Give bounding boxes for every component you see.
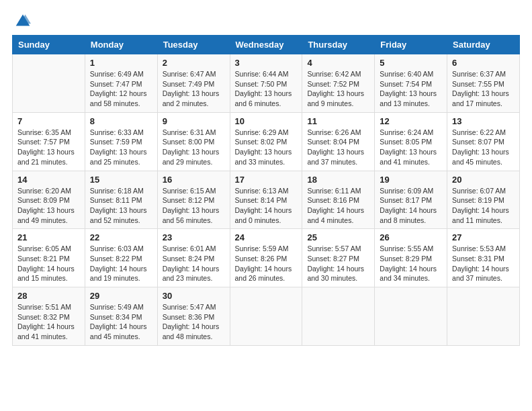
calendar-cell: 29Sunrise: 5:49 AM Sunset: 8:34 PM Dayli… xyxy=(85,287,157,346)
week-row-4: 21Sunrise: 6:05 AM Sunset: 8:21 PM Dayli… xyxy=(13,229,520,287)
day-info: Sunrise: 6:09 AM Sunset: 8:17 PM Dayligh… xyxy=(380,186,442,226)
calendar-cell: 16Sunrise: 6:15 AM Sunset: 8:12 PM Dayli… xyxy=(157,171,230,229)
day-info: Sunrise: 5:53 AM Sunset: 8:31 PM Dayligh… xyxy=(452,244,515,283)
day-info: Sunrise: 5:49 AM Sunset: 8:34 PM Dayligh… xyxy=(90,302,152,342)
day-number: 29 xyxy=(90,291,152,301)
calendar-cell: 1Sunrise: 6:49 AM Sunset: 7:47 PM Daylig… xyxy=(85,54,157,113)
day-number: 11 xyxy=(307,116,369,126)
day-info: Sunrise: 6:11 AM Sunset: 8:16 PM Dayligh… xyxy=(307,186,369,226)
day-info: Sunrise: 6:03 AM Sunset: 8:22 PM Dayligh… xyxy=(90,244,152,283)
day-info: Sunrise: 5:47 AM Sunset: 8:36 PM Dayligh… xyxy=(163,302,225,342)
day-info: Sunrise: 6:29 AM Sunset: 8:02 PM Dayligh… xyxy=(235,128,298,167)
day-info: Sunrise: 5:57 AM Sunset: 8:27 PM Dayligh… xyxy=(307,244,369,283)
day-number: 19 xyxy=(380,175,442,185)
day-number: 28 xyxy=(17,291,80,301)
day-number: 16 xyxy=(163,175,225,185)
calendar-cell: 17Sunrise: 6:13 AM Sunset: 8:14 PM Dayli… xyxy=(230,171,302,229)
day-info: Sunrise: 6:20 AM Sunset: 8:09 PM Dayligh… xyxy=(17,186,80,226)
column-header-thursday: Thursday xyxy=(302,36,375,54)
header xyxy=(12,12,520,28)
calendar-cell: 28Sunrise: 5:51 AM Sunset: 8:32 PM Dayli… xyxy=(13,287,85,346)
week-row-5: 28Sunrise: 5:51 AM Sunset: 8:32 PM Dayli… xyxy=(13,287,520,346)
day-info: Sunrise: 6:01 AM Sunset: 8:24 PM Dayligh… xyxy=(163,244,225,283)
day-info: Sunrise: 5:59 AM Sunset: 8:26 PM Dayligh… xyxy=(235,244,298,283)
week-row-3: 14Sunrise: 6:20 AM Sunset: 8:09 PM Dayli… xyxy=(13,171,520,229)
calendar-cell: 24Sunrise: 5:59 AM Sunset: 8:26 PM Dayli… xyxy=(230,229,302,287)
day-number: 8 xyxy=(90,116,152,126)
calendar-cell: 18Sunrise: 6:11 AM Sunset: 8:16 PM Dayli… xyxy=(302,171,375,229)
day-number: 24 xyxy=(235,232,298,242)
calendar-table: SundayMondayTuesdayWednesdayThursdayFrid… xyxy=(12,35,520,346)
day-info: Sunrise: 6:49 AM Sunset: 7:47 PM Dayligh… xyxy=(90,69,152,109)
day-number: 9 xyxy=(163,116,225,126)
day-info: Sunrise: 6:18 AM Sunset: 8:11 PM Dayligh… xyxy=(90,186,152,226)
calendar-cell: 25Sunrise: 5:57 AM Sunset: 8:27 PM Dayli… xyxy=(302,229,375,287)
calendar-cell: 27Sunrise: 5:53 AM Sunset: 8:31 PM Dayli… xyxy=(447,229,520,287)
day-number: 30 xyxy=(163,291,225,301)
calendar-header-row: SundayMondayTuesdayWednesdayThursdayFrid… xyxy=(13,36,520,54)
column-header-wednesday: Wednesday xyxy=(230,36,302,54)
day-info: Sunrise: 6:47 AM Sunset: 7:49 PM Dayligh… xyxy=(163,69,225,109)
day-info: Sunrise: 6:24 AM Sunset: 8:05 PM Dayligh… xyxy=(380,128,442,167)
day-info: Sunrise: 6:26 AM Sunset: 8:04 PM Dayligh… xyxy=(307,128,369,167)
page: SundayMondayTuesdayWednesdayThursdayFrid… xyxy=(0,0,532,353)
day-number: 2 xyxy=(163,58,225,68)
calendar-cell: 20Sunrise: 6:07 AM Sunset: 8:19 PM Dayli… xyxy=(447,171,520,229)
day-info: Sunrise: 6:07 AM Sunset: 8:19 PM Dayligh… xyxy=(452,186,515,226)
calendar-cell: 12Sunrise: 6:24 AM Sunset: 8:05 PM Dayli… xyxy=(375,112,447,171)
calendar-cell: 3Sunrise: 6:44 AM Sunset: 7:50 PM Daylig… xyxy=(230,54,302,113)
day-number: 12 xyxy=(380,116,442,126)
day-info: Sunrise: 5:55 AM Sunset: 8:29 PM Dayligh… xyxy=(380,244,442,283)
day-number: 5 xyxy=(380,58,442,68)
calendar-cell: 9Sunrise: 6:31 AM Sunset: 8:00 PM Daylig… xyxy=(157,112,230,171)
calendar-cell xyxy=(302,287,375,346)
logo xyxy=(12,12,31,28)
day-info: Sunrise: 6:22 AM Sunset: 8:07 PM Dayligh… xyxy=(452,128,515,167)
day-number: 26 xyxy=(380,232,442,242)
column-header-friday: Friday xyxy=(375,36,447,54)
day-number: 21 xyxy=(17,232,80,242)
calendar-cell: 6Sunrise: 6:37 AM Sunset: 7:55 PM Daylig… xyxy=(447,54,520,113)
calendar-cell: 30Sunrise: 5:47 AM Sunset: 8:36 PM Dayli… xyxy=(157,287,230,346)
day-number: 18 xyxy=(307,175,369,185)
calendar-cell xyxy=(447,287,520,346)
day-number: 4 xyxy=(307,58,369,68)
day-number: 13 xyxy=(452,116,515,126)
day-number: 17 xyxy=(235,175,298,185)
day-info: Sunrise: 6:37 AM Sunset: 7:55 PM Dayligh… xyxy=(452,69,515,109)
calendar-cell: 21Sunrise: 6:05 AM Sunset: 8:21 PM Dayli… xyxy=(13,229,85,287)
calendar-cell: 11Sunrise: 6:26 AM Sunset: 8:04 PM Dayli… xyxy=(302,112,375,171)
column-header-saturday: Saturday xyxy=(447,36,520,54)
calendar-cell: 26Sunrise: 5:55 AM Sunset: 8:29 PM Dayli… xyxy=(375,229,447,287)
calendar-cell xyxy=(230,287,302,346)
day-number: 25 xyxy=(307,232,369,242)
calendar-cell: 15Sunrise: 6:18 AM Sunset: 8:11 PM Dayli… xyxy=(85,171,157,229)
day-info: Sunrise: 6:42 AM Sunset: 7:52 PM Dayligh… xyxy=(307,69,369,109)
day-info: Sunrise: 6:40 AM Sunset: 7:54 PM Dayligh… xyxy=(380,69,442,109)
day-info: Sunrise: 6:05 AM Sunset: 8:21 PM Dayligh… xyxy=(17,244,80,283)
day-info: Sunrise: 6:13 AM Sunset: 8:14 PM Dayligh… xyxy=(235,186,298,226)
day-info: Sunrise: 6:33 AM Sunset: 7:59 PM Dayligh… xyxy=(90,128,152,167)
day-info: Sunrise: 6:44 AM Sunset: 7:50 PM Dayligh… xyxy=(235,69,298,109)
day-number: 23 xyxy=(163,232,225,242)
day-info: Sunrise: 5:51 AM Sunset: 8:32 PM Dayligh… xyxy=(17,302,80,342)
day-number: 14 xyxy=(17,175,80,185)
calendar-cell: 2Sunrise: 6:47 AM Sunset: 7:49 PM Daylig… xyxy=(157,54,230,113)
column-header-monday: Monday xyxy=(85,36,157,54)
calendar-cell: 5Sunrise: 6:40 AM Sunset: 7:54 PM Daylig… xyxy=(375,54,447,113)
calendar-cell: 19Sunrise: 6:09 AM Sunset: 8:17 PM Dayli… xyxy=(375,171,447,229)
logo-icon xyxy=(15,12,31,28)
day-info: Sunrise: 6:31 AM Sunset: 8:00 PM Dayligh… xyxy=(163,128,225,167)
calendar-cell: 13Sunrise: 6:22 AM Sunset: 8:07 PM Dayli… xyxy=(447,112,520,171)
calendar-cell xyxy=(375,287,447,346)
calendar-cell: 23Sunrise: 6:01 AM Sunset: 8:24 PM Dayli… xyxy=(157,229,230,287)
calendar-cell: 8Sunrise: 6:33 AM Sunset: 7:59 PM Daylig… xyxy=(85,112,157,171)
week-row-1: 1Sunrise: 6:49 AM Sunset: 7:47 PM Daylig… xyxy=(13,54,520,113)
day-info: Sunrise: 6:15 AM Sunset: 8:12 PM Dayligh… xyxy=(163,186,225,226)
day-number: 22 xyxy=(90,232,152,242)
calendar-cell: 14Sunrise: 6:20 AM Sunset: 8:09 PM Dayli… xyxy=(13,171,85,229)
calendar-cell: 22Sunrise: 6:03 AM Sunset: 8:22 PM Dayli… xyxy=(85,229,157,287)
day-number: 1 xyxy=(90,58,152,68)
day-number: 27 xyxy=(452,232,515,242)
calendar-cell xyxy=(13,54,85,113)
